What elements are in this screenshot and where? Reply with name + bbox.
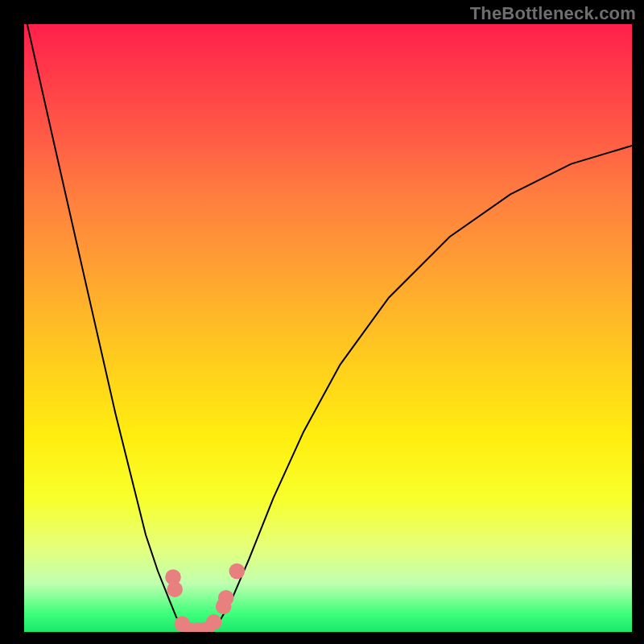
chart-frame: TheBottleneck.com (0, 0, 644, 644)
chart-svg (24, 24, 632, 632)
plot-area (24, 24, 632, 632)
curve-group (27, 24, 632, 632)
data-marker (167, 581, 183, 597)
data-marker (218, 590, 234, 606)
marker-group (165, 564, 245, 632)
watermark-text: TheBottleneck.com (470, 3, 636, 24)
data-marker (206, 614, 222, 630)
bottleneck-curve (27, 24, 632, 632)
data-marker (229, 564, 246, 580)
